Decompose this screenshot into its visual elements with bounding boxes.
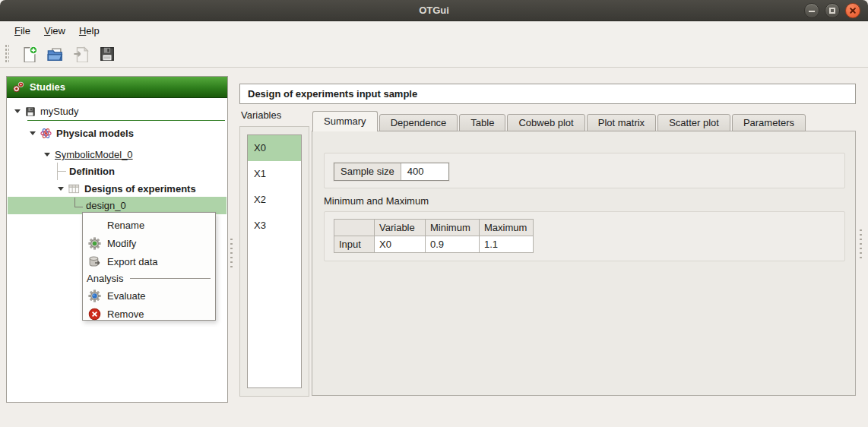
chevron-down-icon[interactable] xyxy=(30,131,36,135)
studies-header-label: Studies xyxy=(30,81,65,93)
chevron-down-icon[interactable] xyxy=(58,187,64,191)
gear-green-icon xyxy=(88,237,101,250)
tab-parameters[interactable]: Parameters xyxy=(732,114,806,131)
floppy-icon xyxy=(25,106,36,117)
summary-tab-panel: Sample size 400 Minimum and Maximum Vari… xyxy=(312,131,856,396)
minimize-icon[interactable] xyxy=(804,3,819,18)
toolbar xyxy=(0,40,868,68)
close-icon[interactable] xyxy=(845,3,860,18)
menu-view[interactable]: View xyxy=(37,24,72,38)
tree-item-label: myStudy xyxy=(40,106,79,117)
tab-bar: Summary Dependence Table Cobweb plot Plo… xyxy=(312,111,807,131)
empty-icon-placeholder xyxy=(88,219,101,232)
variables-list: X0 X1 X2 X3 xyxy=(247,134,302,388)
gear-blue-icon xyxy=(88,289,101,302)
variable-item-x0[interactable]: X0 xyxy=(248,135,301,161)
right-splitter-handle[interactable] xyxy=(859,228,863,260)
context-menu-section-analysis: Analysis xyxy=(83,270,215,286)
otgui-logo-icon xyxy=(13,81,24,93)
tree-item-symbolicmodel[interactable]: SymbolicModel_0 xyxy=(44,146,133,163)
tree-item-designs-of-experiments[interactable]: Designs of experiments xyxy=(58,180,196,198)
page-title-text: Design of experiments input sample xyxy=(248,88,417,100)
menu-bar: File View Help xyxy=(0,21,868,40)
studies-header: Studies xyxy=(7,77,227,98)
table-header-maximum: Maximum xyxy=(480,220,534,236)
new-study-button[interactable] xyxy=(18,43,41,65)
tree-item-label: Definition xyxy=(69,166,115,177)
tab-summary[interactable]: Summary xyxy=(312,111,378,131)
tab-cobweb-plot[interactable]: Cobweb plot xyxy=(507,114,584,131)
table-row: Input X0 0.9 1.1 xyxy=(334,236,534,253)
left-splitter-handle[interactable] xyxy=(230,237,233,269)
save-study-button[interactable] xyxy=(96,43,119,65)
window-controls xyxy=(804,3,860,18)
table-header-row: Variable Minimum Maximum xyxy=(334,220,534,236)
variables-label: Variables xyxy=(241,109,281,121)
atom-icon xyxy=(40,128,52,139)
context-menu: Rename Modify Export da xyxy=(82,212,216,321)
tree-item-definition[interactable]: Definition xyxy=(57,163,115,180)
toolbar-drag-handle[interactable] xyxy=(5,44,9,64)
tab-scatter-plot[interactable]: Scatter plot xyxy=(657,114,730,131)
minimize-glyph xyxy=(809,11,815,12)
menu-item-label: Evaluate xyxy=(107,290,146,302)
menu-item-label: Export data xyxy=(107,256,158,267)
sample-size-value: 400 xyxy=(401,163,448,180)
menu-file[interactable]: File xyxy=(8,24,37,38)
context-menu-remove[interactable]: Remove xyxy=(83,305,215,323)
sample-size-field: Sample size 400 xyxy=(334,163,449,181)
chevron-down-icon[interactable] xyxy=(14,109,21,113)
sample-size-groupbox: Sample size 400 xyxy=(324,153,845,188)
window-title: OTGui xyxy=(0,0,868,21)
menu-item-label: Modify xyxy=(107,238,136,249)
import-script-icon xyxy=(73,46,90,62)
tree-item-label: Designs of experiments xyxy=(84,183,196,195)
table-header-variable: Variable xyxy=(375,220,426,236)
tab-table[interactable]: Table xyxy=(459,114,505,131)
tree-item-mystudy[interactable]: myStudy xyxy=(14,103,79,120)
menu-item-label: Remove xyxy=(107,308,144,320)
remove-icon xyxy=(88,308,101,321)
tree-branch-line xyxy=(57,163,67,180)
tree-item-label: Physical models xyxy=(56,128,134,139)
context-menu-rename[interactable]: Rename xyxy=(83,216,215,234)
tree-item-physical-models[interactable]: Physical models xyxy=(30,125,134,142)
maximize-glyph xyxy=(829,8,835,14)
tab-dependence[interactable]: Dependence xyxy=(379,114,458,131)
study-underline xyxy=(27,120,225,121)
tab-plot-matrix[interactable]: Plot matrix xyxy=(587,114,656,131)
tree-item-label: SymbolicModel_0 xyxy=(55,149,133,160)
cell-maximum: 1.1 xyxy=(480,236,534,253)
variables-panel: X0 X1 X2 X3 xyxy=(239,126,309,397)
chevron-down-icon[interactable] xyxy=(44,153,50,157)
context-menu-modify[interactable]: Modify xyxy=(83,234,215,252)
context-menu-export-data[interactable]: Export data xyxy=(83,252,215,270)
tree-item-label: design_0 xyxy=(86,200,126,211)
page-title: Design of experiments input sample xyxy=(239,84,856,104)
save-icon xyxy=(99,46,116,62)
minmax-table: Variable Minimum Maximum Input X0 0.9 1.… xyxy=(334,219,534,253)
menu-help[interactable]: Help xyxy=(72,24,106,38)
cell-minimum: 0.9 xyxy=(426,236,480,253)
context-menu-evaluate[interactable]: Evaluate xyxy=(83,286,215,305)
minmax-section-title: Minimum and Maximum xyxy=(324,195,429,207)
variable-item-x1[interactable]: X1 xyxy=(248,161,301,187)
cell-variable: X0 xyxy=(375,236,426,253)
row-header-input: Input xyxy=(334,236,375,253)
maximize-icon[interactable] xyxy=(825,3,840,18)
table-header-minimum: Minimum xyxy=(426,220,480,236)
menu-item-label: Rename xyxy=(107,220,144,231)
export-data-icon xyxy=(88,255,101,268)
open-study-button[interactable] xyxy=(44,43,67,65)
variable-item-x3[interactable]: X3 xyxy=(248,213,301,239)
new-document-icon xyxy=(21,46,38,62)
minmax-groupbox: Variable Minimum Maximum Input X0 0.9 1.… xyxy=(324,211,845,261)
table-grid-icon xyxy=(68,183,80,195)
title-bar[interactable]: OTGui xyxy=(0,0,868,21)
import-python-script-button[interactable] xyxy=(70,43,93,65)
menu-section-divider xyxy=(130,278,211,279)
menu-section-label: Analysis xyxy=(87,273,123,284)
variable-item-x2[interactable]: X2 xyxy=(248,187,301,213)
open-folder-icon xyxy=(47,46,64,62)
table-header-empty xyxy=(334,220,375,236)
